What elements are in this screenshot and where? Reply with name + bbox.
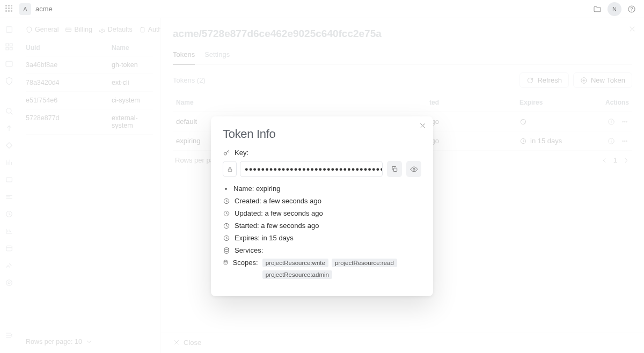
topbar: A acme N [0, 0, 644, 18]
clock-icon [223, 197, 230, 205]
database-icon [223, 247, 230, 254]
scope-chip: projectResource:admin [262, 270, 332, 279]
clock-icon [223, 222, 230, 230]
database-icon [223, 259, 229, 266]
key-field: ●●●●●●●●●●●●●●●●●●●●●●●●●●●●●●●●●●●● [223, 161, 421, 177]
scope-chips: projectResource:write projectResource:re… [262, 259, 421, 279]
clock-icon [223, 210, 230, 217]
copy-icon [391, 165, 398, 173]
lock-icon [223, 161, 237, 177]
modal-close-icon[interactable] [419, 122, 427, 131]
svg-point-1 [632, 10, 632, 11]
svg-point-32 [413, 168, 415, 170]
org-badge[interactable]: A [19, 3, 31, 15]
copy-button[interactable] [387, 161, 402, 177]
svg-point-38 [224, 247, 229, 249]
key-icon [223, 149, 230, 157]
svg-point-39 [224, 260, 227, 262]
dot-icon [223, 186, 229, 192]
reveal-button[interactable] [406, 161, 421, 177]
scope-chip: projectResource:read [332, 259, 397, 267]
token-info-modal: Token Info Key: ●●●●●●●●●●●●●●●●●●●●●●●●… [211, 116, 433, 296]
svg-rect-31 [393, 168, 397, 171]
svg-rect-30 [228, 168, 232, 171]
scope-chip: projectResource:write [262, 259, 328, 267]
org-name[interactable]: acme [35, 5, 53, 13]
grip-icon[interactable] [5, 5, 14, 13]
svg-point-33 [225, 188, 227, 190]
eye-icon [410, 165, 418, 173]
modal-title: Token Info [223, 127, 421, 141]
help-icon[interactable] [625, 2, 639, 16]
masked-key: ●●●●●●●●●●●●●●●●●●●●●●●●●●●●●●●●●●●● [240, 161, 383, 177]
folder-icon[interactable] [590, 2, 604, 16]
clock-icon [223, 234, 230, 242]
user-avatar[interactable]: N [608, 2, 621, 16]
